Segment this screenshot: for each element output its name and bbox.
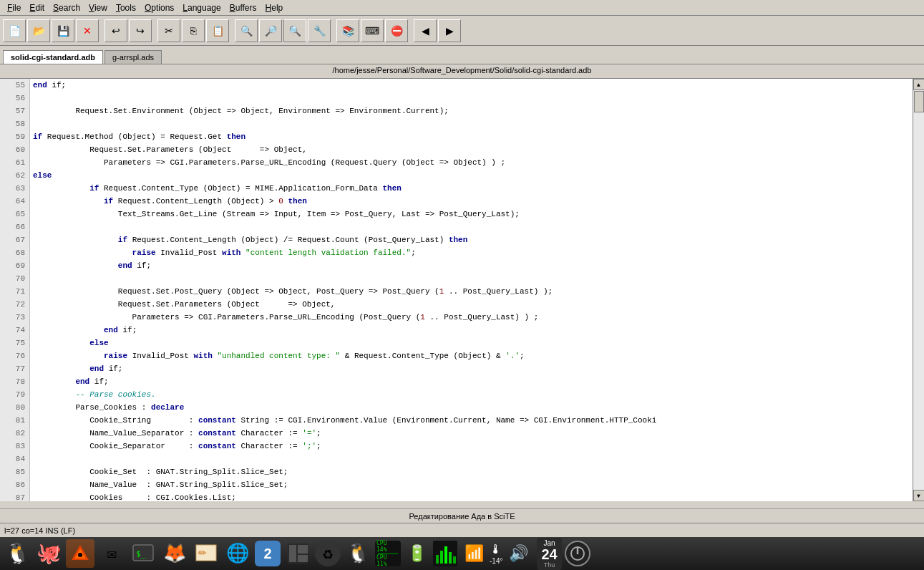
svg-text:$_: $_ [136, 549, 146, 559]
code-line [33, 117, 910, 130]
pencil-icon[interactable]: ✏ [192, 539, 220, 568]
menu-search[interactable]: Search [49, 1, 84, 14]
menu-options[interactable]: Options [140, 1, 178, 14]
layout-icon[interactable] [283, 539, 312, 568]
scrollbar[interactable]: ▲ ▼ [913, 79, 924, 501]
line-number: 79 [0, 388, 29, 401]
code-line [33, 221, 910, 233]
bottom-label-text: Редактирование Ада в SciTE [409, 512, 515, 521]
code-line: Cookies : CGI.Cookies.List; [33, 491, 910, 501]
line-number: 73 [0, 311, 29, 324]
copy-button[interactable]: ⎘ [182, 19, 205, 42]
cut-button[interactable]: ✂ [157, 19, 180, 42]
line-number: 78 [0, 375, 29, 388]
scroll-thumb[interactable] [914, 91, 924, 112]
temp-label: -14° [490, 557, 502, 565]
code-line: -- Parse cookies. [33, 388, 910, 401]
book-button[interactable]: 📚 [336, 19, 359, 42]
close-button[interactable]: ✕ [76, 19, 99, 42]
cpu-label: CPU 14% [376, 540, 399, 553]
line-number: 55 [0, 79, 29, 92]
bottom-label-bar: Редактирование Ада в SciTE [0, 508, 924, 523]
menu-language[interactable]: Language [178, 1, 225, 14]
editor-container: 5556575859606162636465666768697071727374… [0, 79, 924, 501]
line-number: 70 [0, 272, 29, 285]
octocat-icon[interactable]: 🐙 [34, 539, 63, 568]
line-number: 80 [0, 401, 29, 414]
find-prev-button[interactable]: 🔎 [283, 19, 306, 42]
line-number: 64 [0, 195, 29, 208]
app2-icon[interactable]: 2 [255, 541, 281, 566]
cpu2-label: CPU 11% [376, 554, 399, 567]
line-number: 72 [0, 298, 29, 311]
statusbar-text: l=27 co=14 INS (LF) [4, 526, 75, 535]
code-line: Request.Set.Post_Query (Object => Object… [33, 285, 910, 298]
menu-buffers[interactable]: Buffers [225, 1, 261, 14]
svg-point-2 [78, 553, 82, 557]
mail-icon[interactable]: ✉️ [97, 539, 126, 568]
code-line: else [33, 337, 910, 349]
penguin-icon[interactable]: 🐧 [3, 539, 31, 568]
terminal-icon[interactable]: $_ [129, 539, 157, 568]
code-line: else [33, 169, 910, 182]
menu-help[interactable]: Help [261, 1, 288, 14]
menu-view[interactable]: View [84, 1, 112, 14]
prev-buf-button[interactable]: ◀ [414, 19, 437, 42]
code-line: raise Invalid_Post with "content length … [33, 246, 910, 259]
code-line: Request.Set.Environment (Object => Objec… [33, 105, 910, 117]
code-line: Text_Streams.Get_Line (Stream => Input, … [33, 208, 910, 221]
tab-garrspl[interactable]: g-arrspl.ads [104, 50, 162, 64]
cpu-monitor: CPU 14% CPU 11% [375, 541, 401, 566]
taskbar: 🐧 🐙 ✉️ $_ 🦊 ✏ 🌐 2 ♻ 🐧 CPU 14% [0, 537, 924, 570]
stop-button[interactable]: ⛔ [385, 19, 408, 42]
ninja-icon[interactable] [66, 539, 94, 568]
paste-button[interactable]: 📋 [206, 19, 229, 42]
code-area[interactable]: end if; Request.Set.Environment (Object … [30, 79, 913, 501]
code-line: end if; [33, 79, 910, 92]
code-line: Name_Value : GNAT.String_Split.Slice_Set… [33, 478, 910, 491]
cmd-button[interactable]: ⌨ [361, 19, 384, 42]
line-number: 76 [0, 349, 29, 362]
save-button[interactable]: 💾 [52, 19, 74, 42]
code-line: if Request.Method (Object) = Request.Get… [33, 130, 910, 143]
scroll-up-arrow[interactable]: ▲ [913, 79, 925, 90]
statusbar: l=27 co=14 INS (LF) [0, 523, 924, 537]
menu-file[interactable]: File [3, 1, 25, 14]
line-number: 85 [0, 465, 29, 478]
new-button[interactable]: 📄 [3, 19, 26, 42]
power-button[interactable] [565, 541, 590, 566]
scroll-down-arrow[interactable]: ▼ [913, 490, 925, 501]
line-number: 82 [0, 427, 29, 440]
file-path: /home/jesse/Personal/Software_Developmen… [333, 66, 592, 74]
line-number: 65 [0, 208, 29, 221]
menu-tools[interactable]: Tools [112, 1, 140, 14]
ubuntu-icon[interactable]: 🐧 [344, 539, 372, 568]
firefox-icon[interactable]: 🦊 [160, 539, 189, 568]
globe-icon[interactable]: 🌐 [223, 539, 252, 568]
code-line: Cookie_String : constant String := CGI.E… [33, 414, 910, 427]
svg-rect-8 [289, 545, 296, 562]
day-label: Thu [544, 561, 555, 569]
code-line: Parameters => CGI.Parameters.Parse_URL_E… [33, 311, 910, 324]
recycle-icon[interactable]: ♻ [315, 541, 341, 566]
line-number: 57 [0, 105, 29, 117]
next-buf-button[interactable]: ▶ [438, 19, 461, 42]
open-button[interactable]: 📂 [27, 19, 50, 42]
tools-btn[interactable]: 🔧 [308, 19, 331, 42]
tabs-bar: solid-cgi-standard.adb g-arrspl.ads [0, 46, 924, 64]
code-line: if Request.Content_Type (Object) = MIME.… [33, 182, 910, 195]
line-number: 69 [0, 259, 29, 272]
line-numbers: 5556575859606162636465666768697071727374… [0, 79, 30, 501]
menu-edit[interactable]: Edit [25, 1, 49, 14]
line-number: 87 [0, 491, 29, 501]
svg-rect-15 [449, 552, 452, 564]
speaker-icon[interactable]: 🔊 [505, 541, 531, 566]
scroll-track[interactable] [913, 90, 925, 490]
undo-button[interactable]: ↩ [104, 19, 127, 42]
redo-button[interactable]: ↪ [129, 19, 152, 42]
tab-solid-cgi[interactable]: solid-cgi-standard.adb [3, 50, 103, 64]
find-button[interactable]: 🔍 [235, 19, 258, 42]
find-next-button[interactable]: 🔎 [259, 19, 282, 42]
line-number: 59 [0, 130, 29, 143]
line-number: 60 [0, 143, 29, 156]
